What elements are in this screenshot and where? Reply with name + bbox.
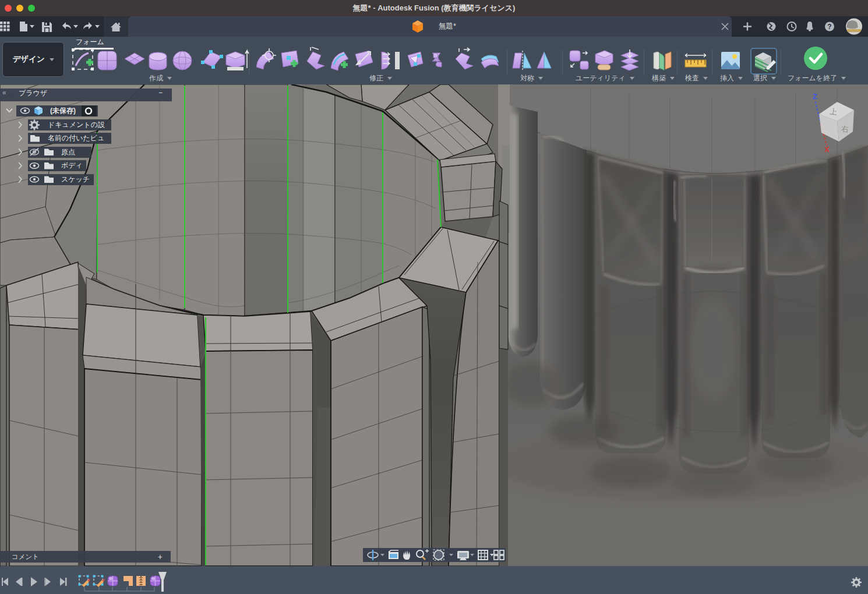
svg-text:Z: Z: [813, 92, 817, 101]
svg-text:右: 右: [841, 125, 849, 134]
svg-text:?: ?: [827, 23, 831, 31]
svg-text:上: 上: [829, 107, 838, 116]
svg-text:X: X: [824, 145, 830, 154]
